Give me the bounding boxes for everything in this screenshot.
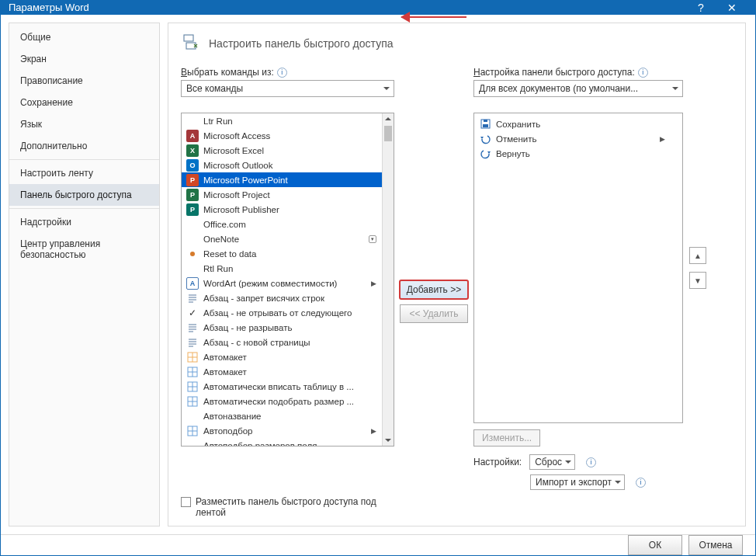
below-right-controls: Изменить... Настройки: Сброс i Импорт и … (473, 429, 706, 490)
qat-item[interactable]: Вернуть (474, 146, 682, 161)
command-label: Автоматически вписать таблицу в ... (203, 382, 354, 391)
command-item[interactable]: Автоматически вписать таблицу в ... (182, 379, 394, 394)
command-item[interactable]: Абзац - запрет висячих строк (182, 290, 394, 305)
command-item[interactable]: Автоподбор▶ (182, 423, 394, 438)
command-label: Microsoft Access (203, 131, 270, 141)
sidebar-item[interactable]: Настроить ленту (9, 162, 159, 184)
command-item[interactable]: OMicrosoft Outlook (182, 158, 394, 172)
cancel-button[interactable]: Отмена (688, 535, 743, 555)
left-scrollbar[interactable] (382, 113, 394, 446)
info-icon[interactable]: i (277, 68, 287, 78)
choose-commands-dropdown[interactable]: Все команды (181, 80, 394, 97)
dialog-footer: ОК Отмена (1, 534, 755, 555)
modify-button[interactable]: Изменить... (473, 429, 540, 447)
table-icon (186, 381, 199, 393)
move-down-button[interactable]: ▼ (689, 272, 706, 289)
app-icon: P (186, 203, 199, 216)
command-item[interactable]: ✓Абзац - не отрывать от следующего (182, 305, 394, 320)
info-icon[interactable]: i (586, 457, 596, 467)
popup-indicator-icon: ▾ (369, 235, 376, 243)
command-label: Reset to data (203, 249, 256, 259)
command-label: Office.com (203, 220, 246, 229)
qat-commands-list[interactable]: СохранитьОтменить▶Вернуть (473, 113, 683, 423)
save-icon (479, 118, 491, 130)
command-item[interactable]: Абзац - не разрывать (182, 320, 394, 335)
title-bar: Параметры Word ? ✕ (1, 1, 755, 15)
command-label: Автоматически подобрать размер ... (203, 397, 354, 406)
word-options-dialog: Параметры Word ? ✕ ОбщиеЭкранПравописани… (0, 0, 756, 556)
command-label: Автоподбор размеров поля (203, 441, 317, 447)
sidebar-item[interactable]: Правописание (9, 70, 159, 92)
add-button[interactable]: Добавить >> (399, 280, 469, 300)
sidebar-item[interactable]: Надстройки (9, 211, 159, 233)
command-item[interactable]: Автоматически подобрать размер ... (182, 394, 394, 408)
command-label: Автомакет (203, 367, 247, 377)
scroll-up-button[interactable] (383, 113, 394, 124)
ok-button[interactable]: ОК (628, 535, 682, 555)
undo-icon (479, 133, 491, 145)
command-item[interactable]: Автомакет (182, 364, 394, 379)
app-icon: P (186, 174, 199, 186)
command-item[interactable]: Reset to data (182, 246, 394, 261)
remove-button[interactable]: << Удалить (400, 304, 468, 323)
scroll-down-button[interactable] (383, 435, 394, 446)
sidebar-item[interactable]: Общие (9, 26, 159, 48)
right-column: СохранитьОтменить▶Вернуть ▲ ▼ Изменить..… (473, 113, 706, 490)
app-icon: P (186, 189, 199, 201)
command-item[interactable]: PMicrosoft Publisher (182, 202, 394, 217)
sidebar-item[interactable]: Язык (9, 113, 159, 135)
sidebar-item[interactable]: Дополнительно (9, 135, 159, 157)
command-item[interactable]: Office.com (182, 217, 394, 231)
redo-icon (479, 148, 491, 160)
sidebar-item[interactable]: Центр управления безопасностью (9, 233, 159, 266)
command-label: Microsoft Publisher (203, 205, 279, 214)
qat-item-label: Вернуть (496, 149, 530, 158)
sidebar-item[interactable]: Сохранение (9, 92, 159, 113)
command-item[interactable]: AWordArt (режим совместимости)▶ (182, 276, 394, 290)
command-item[interactable]: PMicrosoft Project (182, 187, 394, 202)
command-label: Microsoft Project (203, 190, 270, 200)
show-below-ribbon-label: Разместить панель быстрого доступа подле… (196, 496, 376, 518)
move-up-button[interactable]: ▲ (689, 247, 706, 264)
show-below-ribbon-checkbox[interactable] (181, 497, 191, 507)
main-heading: Настроить панель быстрого доступа (209, 37, 394, 50)
command-label: Абзац - не отрывать от следующего (203, 308, 352, 318)
sidebar-item[interactable]: Панель быстрого доступа (9, 184, 159, 206)
command-label: Автоназвание (203, 412, 262, 421)
command-item[interactable]: XMicrosoft Excel (182, 143, 394, 158)
customize-for-dropdown[interactable]: Для всех документов (по умолчани... (473, 80, 683, 97)
command-item[interactable]: Автоподбор размеров поля (182, 438, 394, 447)
command-item[interactable]: AMicrosoft Access (182, 128, 394, 143)
sidebar-separator (9, 208, 159, 209)
svg-rect-30 (483, 124, 488, 127)
qat-item-label: Отменить (496, 134, 537, 144)
sidebar-item[interactable]: Экран (9, 48, 159, 70)
scroll-thumb[interactable] (384, 126, 392, 141)
command-item[interactable]: OneNote▾ (182, 231, 394, 246)
command-item[interactable]: PMicrosoft PowerPoint (182, 172, 394, 187)
command-label: WordArt (режим совместимости) (203, 279, 337, 288)
command-item[interactable]: Автомакет (182, 349, 394, 364)
table-icon (186, 395, 199, 408)
command-item[interactable]: Абзац - с новой страницы (182, 335, 394, 349)
close-button[interactable]: ✕ (716, 2, 747, 14)
info-icon[interactable]: i (636, 478, 646, 488)
choose-commands-label: Выбрать команды из:i (181, 67, 394, 78)
available-commands-list[interactable]: Ltr RunAMicrosoft AccessXMicrosoft Excel… (181, 113, 394, 447)
command-item[interactable]: Rtl Run (182, 261, 394, 276)
help-button[interactable]: ? (685, 2, 716, 14)
reset-dropdown[interactable]: Сброс (529, 454, 575, 470)
command-label: Автомакет (203, 353, 247, 362)
import-export-dropdown[interactable]: Импорт и экспорт (530, 474, 625, 490)
main-header: Настроить панель быстрого доступа (181, 33, 733, 54)
dot-icon (186, 248, 199, 260)
command-label: Microsoft Excel (203, 146, 264, 155)
command-item[interactable]: Ltr Run (182, 113, 394, 128)
svg-rect-1 (186, 43, 196, 49)
qat-item[interactable]: Сохранить (474, 116, 682, 131)
table-icon (186, 366, 199, 378)
qat-item[interactable]: Отменить▶ (474, 131, 682, 146)
command-label: Rtl Run (203, 264, 233, 273)
command-item[interactable]: Автоназвание (182, 408, 394, 423)
info-icon[interactable]: i (638, 68, 648, 78)
